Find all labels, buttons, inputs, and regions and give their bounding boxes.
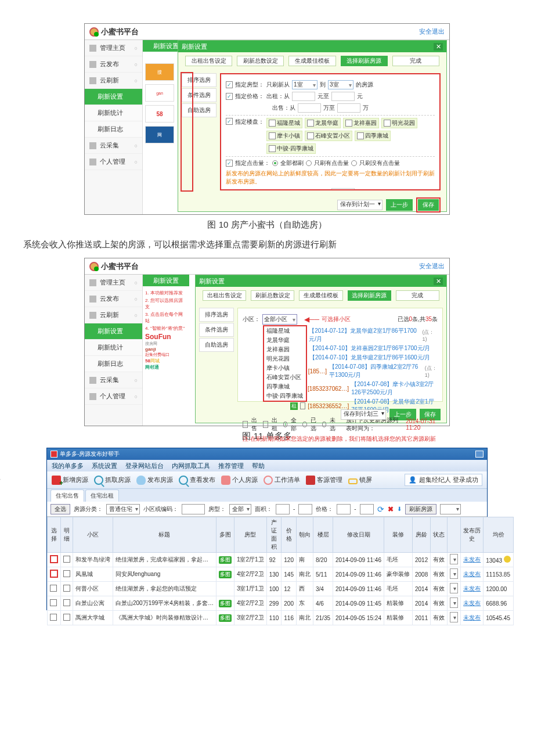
menu-my[interactable]: 我的单多多 xyxy=(52,462,84,470)
chevron-icon[interactable]: ○ xyxy=(135,143,138,149)
input-size-to[interactable] xyxy=(298,504,312,514)
sidebar-item-publish[interactable]: 云发布○ xyxy=(85,291,142,307)
checkbox-clicks[interactable] xyxy=(226,160,233,167)
listing-row[interactable]: 租【2014-07-12】龙晨华庭2室1厅86平1700元/月(点：1) xyxy=(290,327,438,343)
menu-promo[interactable]: 推荐管理 xyxy=(218,462,244,470)
pub-link[interactable]: 未发布 xyxy=(463,585,481,592)
chevron-icon[interactable]: ○ xyxy=(135,159,138,165)
step-1[interactable]: 出租出售设定 xyxy=(185,56,232,66)
table-row[interactable]: 禹洲大学城《禹洲大学城》时尚装修精致设计…多图3室2厅2卫110116南北21/… xyxy=(48,611,514,625)
close-icon[interactable]: ✕ xyxy=(434,43,443,51)
checkbox-roomtype[interactable] xyxy=(226,81,233,88)
radio-clicks-all[interactable] xyxy=(272,160,278,166)
community-dropdown[interactable]: 福隆星城 龙晨华庭 龙祥嘉园 明光花园 摩卡小镇 石峰安置小区 四季康城 中骏·… xyxy=(263,325,307,402)
refresh-listings-button[interactable]: 刷新房源 xyxy=(405,504,436,514)
menu-help[interactable]: 帮助 xyxy=(252,462,265,470)
radio-clicks-none[interactable] xyxy=(351,160,357,166)
row-select[interactable] xyxy=(450,568,458,579)
table-row[interactable]: 凤凰城同安凤fenghuang多图4室2厅2卫130145南北5/112014-… xyxy=(48,567,514,582)
sidebar-item-refresh-setting[interactable]: 刷新设置 xyxy=(85,323,142,340)
tool-list[interactable]: 工作清单 xyxy=(264,476,300,485)
sidebar-item-refresh-log[interactable]: 刷新日志 xyxy=(85,121,142,138)
drop-option[interactable]: 摩卡小镇 xyxy=(264,363,306,373)
step-3[interactable]: 生成最佳模板 xyxy=(299,290,342,301)
drop-option[interactable]: 石峰安置小区 xyxy=(264,373,306,382)
menu-settings[interactable]: 系统设置 xyxy=(92,462,117,470)
row-detail-checkbox[interactable] xyxy=(63,614,70,621)
pub-link[interactable]: 未发布 xyxy=(463,571,481,577)
tool-grab[interactable]: 抓取房源 xyxy=(94,476,131,485)
chevron-icon[interactable]: ○ xyxy=(135,62,138,67)
row-checkbox[interactable] xyxy=(50,585,57,592)
listing-row[interactable]: 租[1853237062…]【2014-07-08】摩卡小镇3室2厅126平25… xyxy=(290,380,438,397)
pub-link[interactable]: 未发布 xyxy=(463,600,481,606)
input-sort-count[interactable]: 120 xyxy=(331,188,355,190)
listing-row[interactable]: 租[185…]【2014-07-08】四季康城2室2厅76平1300元/月(点：… xyxy=(290,363,438,379)
input-community[interactable] xyxy=(182,504,205,514)
chevron-icon[interactable]: ○ xyxy=(135,78,138,84)
select-all-button[interactable]: 全选 xyxy=(50,504,70,514)
row-detail-checkbox[interactable] xyxy=(63,599,70,606)
step-2[interactable]: 刷新总数设定 xyxy=(237,56,284,66)
chevron-icon[interactable]: ○ xyxy=(135,296,138,302)
drop-option[interactable]: 四季康城 xyxy=(264,382,306,391)
tab-self[interactable]: 自助选房 xyxy=(182,103,217,117)
tab-condition[interactable]: 条件选房 xyxy=(199,323,234,337)
pub-link[interactable]: 未发布 xyxy=(463,556,481,563)
estate-option[interactable]: 四季康城 xyxy=(355,131,391,141)
rb-all[interactable] xyxy=(283,422,288,427)
step-1[interactable]: 出租出售设定 xyxy=(203,290,246,301)
sidebar-item-profile[interactable]: 个人管理○ xyxy=(85,388,142,405)
down-arrow-icon[interactable]: ⬇ xyxy=(397,506,402,512)
select-extra[interactable] xyxy=(440,504,461,514)
input-price-from[interactable] xyxy=(337,504,351,514)
row-select[interactable] xyxy=(450,597,458,608)
estate-option[interactable]: 中骏·四季康城 xyxy=(266,143,316,154)
drop-option[interactable]: 中骏·四季康城 xyxy=(264,391,306,401)
estate-option[interactable]: 明光花园 xyxy=(381,118,417,128)
drop-option[interactable]: 明光花园 xyxy=(264,354,306,363)
row-detail-checkbox[interactable] xyxy=(63,556,70,563)
save-button[interactable]: 保存 xyxy=(418,199,439,211)
estate-option[interactable]: 龙祥嘉园 xyxy=(343,118,379,128)
menu-intranet[interactable]: 内网抓取工具 xyxy=(172,462,210,470)
chevron-icon[interactable]: ○ xyxy=(135,377,138,383)
input-sale-from[interactable] xyxy=(298,103,321,113)
chevron-icon[interactable]: ○ xyxy=(135,280,138,286)
sidebar-item-collect[interactable]: 云采集○ xyxy=(85,138,142,154)
checkbox-estate[interactable] xyxy=(226,118,233,125)
select-community[interactable]: 全部小区 福隆星城 龙晨华庭 龙祥嘉园 明光花园 摩卡小镇 石峰安置小区 四季康… xyxy=(262,314,297,325)
step-4[interactable]: 选择刷新房源 xyxy=(348,290,391,301)
select-plan[interactable]: 保存到计划三 xyxy=(341,409,386,420)
sidebar-item-home[interactable]: 管理主页○ xyxy=(85,275,142,291)
step-4[interactable]: 选择刷新房源 xyxy=(341,56,388,66)
sidebar-item-refresh[interactable]: 云刷新○ xyxy=(85,307,142,323)
close-icon[interactable]: ✕ xyxy=(434,278,443,285)
row-checkbox[interactable] xyxy=(50,555,58,563)
select-plan[interactable]: 保存到计划一 xyxy=(337,200,383,210)
sidebar-item-refresh-stats[interactable]: 刷新统计 xyxy=(85,340,142,356)
listing-row[interactable]: 租【2014-07-10】龙祥嘉园2室1厅86平1700元/月 xyxy=(290,344,438,352)
main-tab[interactable]: 刷新设置 xyxy=(143,275,189,286)
cb-rent[interactable] xyxy=(263,421,268,428)
sidebar-item-publish[interactable]: 云发布○ xyxy=(85,56,142,73)
safe-exit-link[interactable]: 安全退出 xyxy=(419,27,445,36)
estate-option[interactable]: 福隆星城 xyxy=(266,118,302,128)
row-checkbox[interactable] xyxy=(50,614,57,621)
sidebar-item-refresh-stats[interactable]: 刷新统计 xyxy=(85,105,142,121)
menu-login-bk[interactable]: 登录网站后台 xyxy=(125,462,164,470)
row-checkbox[interactable] xyxy=(50,599,57,606)
step-3[interactable]: 生成最佳模板 xyxy=(288,56,335,66)
listing-row[interactable]: 租【2014-07-10】龙晨华庭2室1厅86平1600元/月 xyxy=(290,354,438,362)
step-2[interactable]: 刷新总数设定 xyxy=(251,290,294,301)
select-room-to[interactable]: 3室 xyxy=(328,80,353,89)
chevron-icon[interactable]: ○ xyxy=(135,394,138,399)
sidebar-item-refresh-setting[interactable]: 刷新设置 xyxy=(85,89,142,105)
chevron-icon[interactable]: ○ xyxy=(135,312,138,318)
refresh-arrow-icon[interactable]: ⟳ xyxy=(377,505,384,514)
step-5[interactable]: 完成 xyxy=(392,56,439,66)
tab-condition[interactable]: 条件选房 xyxy=(182,88,217,102)
tool-add[interactable]: 新增房源 xyxy=(52,476,88,485)
input-size-from[interactable] xyxy=(276,504,290,514)
cb-sale[interactable] xyxy=(243,421,248,428)
